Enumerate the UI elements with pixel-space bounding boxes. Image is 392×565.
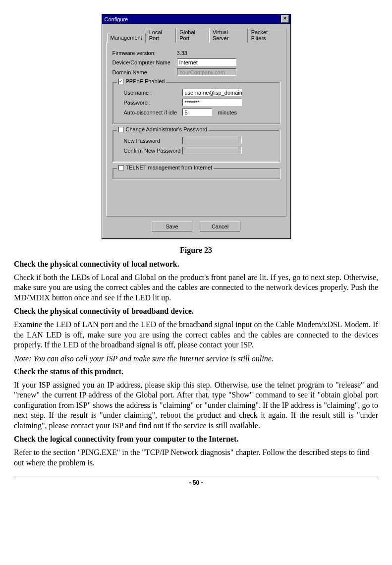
password-label: Password : xyxy=(118,100,182,106)
admin-checkbox-label: Change Administrator's Password xyxy=(126,126,208,132)
section-body-2: Examine the LED of LAN port and the LED … xyxy=(14,320,378,350)
note-text: Note: You can also call your ISP and mak… xyxy=(14,354,378,363)
password-input[interactable]: ******* xyxy=(182,99,242,106)
firmware-label: Firmware version: xyxy=(112,50,177,56)
admin-checkbox[interactable] xyxy=(118,127,124,132)
figure-caption: Figure 23 xyxy=(14,246,378,255)
username-label: Username : xyxy=(118,90,182,96)
new-password-label: New Password xyxy=(118,138,182,144)
page-number: - 50 - xyxy=(14,476,378,486)
telnet-group: TELNET management from Internet xyxy=(112,168,280,179)
tab-global-port[interactable]: Global Port xyxy=(176,28,209,43)
configure-dialog: Configure ✕ Management Local Port Global… xyxy=(102,14,291,239)
dialog-titlebar: Configure ✕ xyxy=(102,14,290,24)
device-name-input[interactable]: Internet xyxy=(177,58,236,66)
section-body-4: Refer to the section "PING.EXE" in the "… xyxy=(14,448,378,468)
close-icon[interactable]: ✕ xyxy=(281,15,289,23)
section-heading-3: Check the status of this product. xyxy=(14,367,378,376)
tab-strip: Management Local Port Global Port Virtua… xyxy=(106,28,286,43)
cancel-button[interactable]: Cancel xyxy=(200,222,240,231)
tab-local-port[interactable]: Local Port xyxy=(146,28,176,43)
tab-management[interactable]: Management xyxy=(107,33,146,43)
idle-input[interactable]: 5 xyxy=(182,109,212,116)
telnet-checkbox-label: TELNET management from Internet xyxy=(126,165,213,170)
idle-unit: minutes xyxy=(218,110,237,115)
domain-name-label: Domain Name xyxy=(112,69,177,75)
firmware-value: 3.33 xyxy=(177,50,187,56)
pppoe-group: ✓ PPPoE Enabled Username : username@isp_… xyxy=(112,82,280,124)
tab-packet-filters[interactable]: Packet Filters xyxy=(248,28,286,43)
section-heading-4: Check the logical connectivity from your… xyxy=(14,435,378,444)
username-input[interactable]: username@isp_domain xyxy=(182,89,242,96)
section-heading-2: Check the physical connectivity of broad… xyxy=(14,307,378,316)
section-body-3: If your ISP assigned you an IP address, … xyxy=(14,380,378,431)
idle-label: Auto-disconnect if idle xyxy=(118,110,182,115)
section-body-1: Check if both the LEDs of Local and Glob… xyxy=(14,273,378,303)
confirm-password-label: Confirm New Password xyxy=(118,148,182,154)
domain-name-input[interactable]: YourCompany.com xyxy=(177,68,236,76)
pppoe-checkbox-label: PPPoE Enabled xyxy=(126,78,165,84)
device-name-label: Device/Computer Name xyxy=(112,59,177,65)
telnet-checkbox[interactable] xyxy=(118,165,124,170)
button-row: Save Cancel xyxy=(106,217,286,234)
admin-password-group: Change Administrator's Password New Pass… xyxy=(112,130,280,162)
tab-pane-management: Firmware version: 3.33 Device/Computer N… xyxy=(106,42,286,217)
dialog-title: Configure xyxy=(105,16,128,22)
confirm-password-input[interactable] xyxy=(182,147,242,154)
new-password-input[interactable] xyxy=(182,137,242,144)
tab-virtual-server[interactable]: Virtual Server xyxy=(209,28,248,43)
section-heading-1: Check the physical connectivity of local… xyxy=(14,260,378,269)
save-button[interactable]: Save xyxy=(152,222,192,231)
pppoe-checkbox[interactable]: ✓ xyxy=(118,79,124,84)
